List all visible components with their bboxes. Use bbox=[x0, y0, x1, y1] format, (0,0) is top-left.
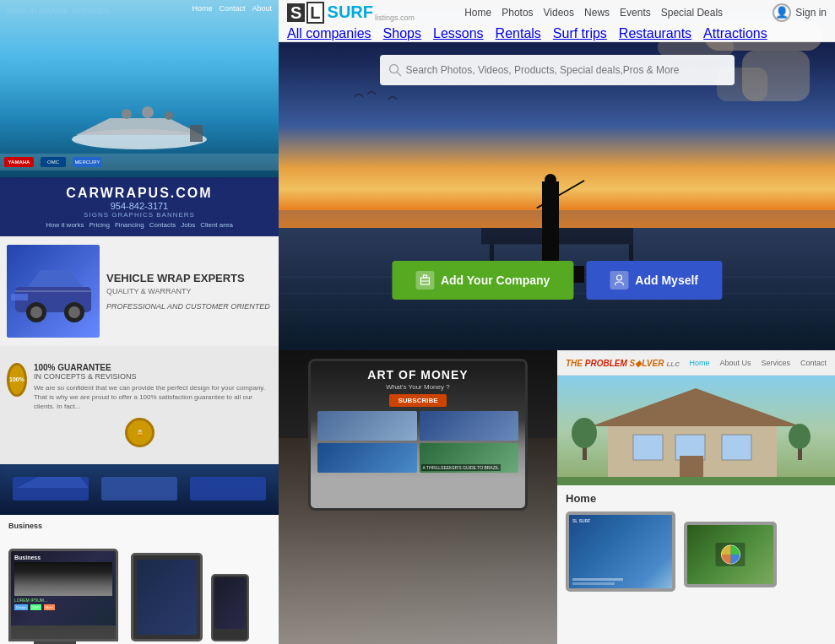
svg-point-41 bbox=[789, 424, 811, 449]
logo-s: S bbox=[287, 3, 305, 22]
carwrap-nav-financing[interactable]: Financing bbox=[115, 221, 144, 229]
header-top-row: S L SURF listings.com Home Photos Videos… bbox=[279, 0, 835, 25]
carwrap-nav-client[interactable]: Client area bbox=[200, 221, 233, 229]
carwrap-nav-howit[interactable]: How it works bbox=[46, 221, 84, 229]
ps-nav-services[interactable]: Services bbox=[761, 359, 790, 367]
ps-logo: THE PROBLEM S◆LVER LLC bbox=[566, 358, 680, 368]
search-bar[interactable] bbox=[380, 55, 735, 85]
carwrap-nav-pricing[interactable]: Pricing bbox=[89, 221, 110, 229]
left-panel: MODLIN MARINE SERVICES bbox=[0, 0, 279, 644]
vehicle-wrap-section[interactable]: VEHICLE WRAP EXPERTS QUALITY & WARRANTY … bbox=[0, 236, 279, 346]
img-ocean bbox=[317, 443, 417, 473]
vehicle-wrap-text: VEHICLE WRAP EXPERTS QUALITY & WARRANTY … bbox=[106, 272, 272, 311]
subscribe-button[interactable]: SUBSCRIBE bbox=[389, 394, 446, 407]
brand-yamaha: YAMAHA bbox=[4, 157, 34, 167]
logo-l: L bbox=[306, 2, 323, 24]
ps-tablet-2 bbox=[684, 522, 777, 587]
svg-rect-34 bbox=[633, 435, 663, 460]
screen-title: Business bbox=[14, 555, 112, 560]
brand-omc: OMC bbox=[41, 157, 66, 167]
svg-rect-0 bbox=[0, 0, 279, 118]
add-company-button[interactable]: Add Your Company bbox=[392, 261, 573, 300]
img-brazil: A THRILLSEEKER'S GUIDE TO BRAZIL bbox=[420, 443, 519, 473]
marine-section[interactable]: MODLIN MARINE SERVICES bbox=[0, 0, 279, 177]
svg-point-5 bbox=[165, 111, 173, 120]
header-bar: S L SURF listings.com Home Photos Videos… bbox=[279, 0, 835, 42]
svg-point-10 bbox=[30, 306, 42, 318]
marine-nav-home[interactable]: Home bbox=[192, 4, 212, 13]
user-icon: 👤 bbox=[773, 3, 791, 22]
elf-icon: 🧝 bbox=[125, 418, 155, 447]
nav-news[interactable]: News bbox=[584, 7, 610, 19]
nav-videos[interactable]: Videos bbox=[544, 7, 574, 19]
tablet-shape bbox=[131, 553, 203, 641]
search-input[interactable] bbox=[406, 64, 726, 76]
cta-buttons: Add Your Company Add Myself bbox=[392, 261, 722, 300]
business-mockup-section: Business Business LOREM IPSUM... Design … bbox=[0, 515, 279, 644]
ps-nav: Home About Us Services Contact bbox=[689, 359, 827, 367]
brand-mercury: MERCURY bbox=[73, 157, 102, 167]
nav-restaurants[interactable]: Restaurants bbox=[619, 26, 691, 41]
svg-rect-16 bbox=[101, 477, 177, 501]
guarantee-section: 100% 100% GUARANTEE IN CONCEPTS & REVISI… bbox=[0, 346, 279, 464]
carwrap-section[interactable]: CARWRAPUS.COM 954-842-3171 SIGNS GRAPHIC… bbox=[0, 177, 279, 236]
ps-home-title: Home bbox=[566, 492, 827, 505]
svg-point-25 bbox=[389, 65, 398, 73]
ps-nav-contact[interactable]: Contact bbox=[800, 359, 827, 367]
svg-rect-28 bbox=[423, 275, 426, 278]
carwrap-nav-contacts[interactable]: Contacts bbox=[149, 221, 176, 229]
sign-in-label: Sign in bbox=[795, 7, 827, 19]
add-myself-button[interactable]: Add Myself bbox=[586, 261, 722, 300]
nav-rentals[interactable]: Rentals bbox=[496, 26, 541, 41]
logo-listings: listings.com bbox=[375, 14, 415, 22]
monitor-shape: Business LOREM IPSUM... Design Web More bbox=[8, 549, 118, 641]
phone-shape bbox=[211, 574, 249, 641]
aom-title: ART OF MONEY bbox=[317, 368, 518, 382]
business-label: Business bbox=[8, 522, 42, 530]
top-nav: Home Photos Videos News Events Special D… bbox=[464, 7, 723, 19]
nav-surf-trips[interactable]: Surf trips bbox=[553, 26, 607, 41]
nav-events[interactable]: Events bbox=[620, 7, 651, 19]
marine-nav-contact[interactable]: Contact bbox=[219, 4, 245, 13]
svg-rect-42 bbox=[557, 477, 835, 485]
nav-lessons[interactable]: Lessons bbox=[433, 26, 484, 41]
ps-nav-about[interactable]: About Us bbox=[719, 359, 751, 367]
pie-chart-icon bbox=[716, 543, 746, 566]
nav-shops[interactable]: Shops bbox=[383, 26, 421, 41]
ps-tablet-1: SL SURF bbox=[566, 511, 675, 592]
bottom-nav: All companies Shops Lessons Rentals Surf… bbox=[279, 25, 835, 42]
main-area: Add Your Company Add Myself S L SURF lis… bbox=[279, 0, 835, 644]
carwrap-title: CARWRAPUS.COM bbox=[46, 186, 233, 201]
svg-point-4 bbox=[142, 106, 154, 118]
nav-photos[interactable]: Photos bbox=[502, 7, 533, 19]
logo-surf: SURF bbox=[328, 3, 373, 22]
aom-subtitle: What's Your Money ? bbox=[317, 383, 518, 391]
svg-rect-17 bbox=[190, 477, 266, 501]
svg-point-30 bbox=[616, 275, 621, 280]
ps-nav-home[interactable]: Home bbox=[689, 359, 709, 367]
nav-attractions[interactable]: Attractions bbox=[703, 26, 767, 41]
svg-point-39 bbox=[572, 418, 597, 448]
fisherman-silhouette bbox=[517, 131, 584, 283]
nav-home[interactable]: Home bbox=[464, 7, 491, 19]
guarantee-badge: 100% bbox=[7, 363, 27, 397]
carwrap-nav-jobs[interactable]: Jobs bbox=[181, 221, 195, 229]
art-of-money-section[interactable]: ART OF MONEY What's Your Money ? SUBSCRI… bbox=[279, 350, 557, 644]
nav-special-deals[interactable]: Special Deals bbox=[661, 7, 723, 19]
img-city bbox=[420, 411, 519, 441]
vehicle-image bbox=[7, 245, 100, 338]
ps-hero-image bbox=[557, 376, 835, 485]
tablet-device: ART OF MONEY What's Your Money ? SUBSCRI… bbox=[308, 359, 528, 511]
sign-in-button[interactable]: 👤 Sign in bbox=[773, 3, 827, 22]
svg-rect-36 bbox=[722, 435, 751, 460]
svg-point-3 bbox=[122, 109, 132, 119]
marine-nav-about[interactable]: About bbox=[252, 4, 272, 13]
svg-rect-13 bbox=[11, 294, 28, 300]
logo-wrap: S L SURF listings.com bbox=[287, 2, 415, 24]
company-icon bbox=[415, 271, 434, 290]
nav-all-companies[interactable]: All companies bbox=[287, 26, 371, 41]
img-mountains bbox=[317, 411, 417, 441]
carwrap-phone: 954-842-3171 bbox=[46, 201, 233, 211]
problem-solver-section[interactable]: THE PROBLEM S◆LVER LLC Home About Us Ser… bbox=[557, 350, 835, 644]
person-icon bbox=[610, 271, 628, 290]
